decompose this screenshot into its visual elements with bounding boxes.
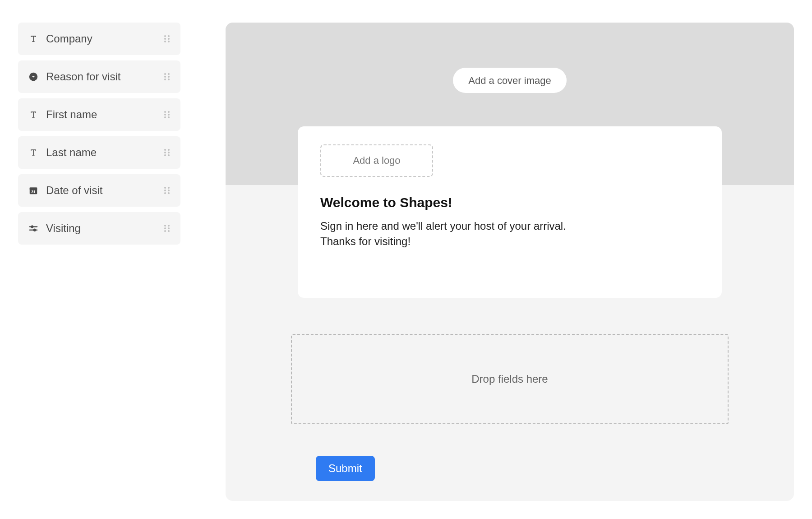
- field-item-date-of-visit[interactable]: 31 Date of visit: [18, 174, 180, 207]
- svg-point-5: [168, 41, 170, 42]
- drag-handle-icon[interactable]: [163, 223, 171, 234]
- field-item-last-name[interactable]: Last name: [18, 136, 180, 169]
- field-item-visiting[interactable]: Visiting: [18, 212, 180, 245]
- slider-icon: [28, 223, 39, 234]
- form-canvas: Add a cover image Add a logo Welcome to …: [226, 23, 794, 501]
- svg-point-0: [164, 35, 166, 37]
- svg-point-35: [31, 226, 33, 227]
- svg-point-13: [164, 111, 166, 113]
- field-label: Date of visit: [46, 184, 163, 197]
- field-label: First name: [46, 108, 163, 121]
- text-icon: [28, 147, 39, 158]
- svg-point-16: [168, 114, 170, 116]
- svg-point-9: [164, 76, 166, 78]
- drop-fields-zone[interactable]: Drop fields here: [291, 334, 729, 424]
- svg-point-41: [168, 227, 170, 229]
- drag-handle-icon[interactable]: [163, 185, 171, 196]
- drag-handle-icon[interactable]: [163, 109, 171, 120]
- field-label: Visiting: [46, 222, 163, 235]
- dropdown-icon: [28, 71, 39, 82]
- drag-handle-icon[interactable]: [163, 71, 171, 82]
- drag-handle-icon[interactable]: [163, 147, 171, 158]
- svg-point-22: [168, 152, 170, 153]
- svg-point-7: [164, 73, 166, 75]
- svg-point-43: [168, 230, 170, 232]
- field-label: Company: [46, 32, 163, 45]
- svg-point-4: [164, 41, 166, 42]
- text-icon: [28, 33, 39, 44]
- svg-point-38: [164, 225, 166, 227]
- svg-point-20: [168, 149, 170, 151]
- svg-point-14: [168, 111, 170, 113]
- drag-handle-icon[interactable]: [163, 33, 171, 44]
- svg-point-17: [164, 116, 166, 118]
- welcome-title: Welcome to Shapes!: [320, 195, 699, 210]
- field-label: Last name: [46, 146, 163, 159]
- svg-point-40: [164, 227, 166, 229]
- welcome-card: Add a logo Welcome to Shapes! Sign in he…: [298, 126, 722, 298]
- svg-point-21: [164, 152, 166, 153]
- svg-point-3: [168, 38, 170, 40]
- field-label: Reason for visit: [46, 70, 163, 83]
- svg-point-31: [168, 190, 170, 191]
- field-item-first-name[interactable]: First name: [18, 98, 180, 131]
- svg-point-29: [168, 187, 170, 189]
- svg-point-39: [168, 225, 170, 227]
- svg-point-18: [168, 116, 170, 118]
- svg-point-8: [168, 73, 170, 75]
- svg-point-42: [164, 230, 166, 232]
- svg-point-24: [168, 154, 170, 156]
- svg-point-28: [164, 187, 166, 189]
- submit-button[interactable]: Submit: [316, 456, 375, 481]
- field-item-company[interactable]: Company: [18, 23, 180, 55]
- field-item-reason-for-visit[interactable]: Reason for visit: [18, 60, 180, 93]
- svg-point-19: [164, 149, 166, 151]
- add-logo-button[interactable]: Add a logo: [320, 144, 433, 177]
- field-palette: Company Reason for visit First name Last…: [18, 23, 198, 496]
- svg-point-11: [164, 79, 166, 80]
- svg-point-30: [164, 190, 166, 191]
- welcome-body-line2: Thanks for visiting!: [320, 235, 411, 247]
- svg-point-10: [168, 76, 170, 78]
- svg-point-32: [164, 192, 166, 194]
- calendar-icon: 31: [28, 185, 39, 196]
- welcome-body: Sign in here and we'll alert your host o…: [320, 218, 699, 249]
- welcome-body-line1: Sign in here and we'll alert your host o…: [320, 220, 566, 232]
- svg-point-1: [168, 35, 170, 37]
- form-canvas-wrapper: Add a cover image Add a logo Welcome to …: [226, 23, 794, 496]
- svg-text:31: 31: [31, 190, 36, 194]
- svg-point-15: [164, 114, 166, 116]
- text-icon: [28, 109, 39, 120]
- svg-rect-26: [30, 188, 37, 190]
- svg-point-2: [164, 38, 166, 40]
- svg-point-37: [34, 229, 36, 231]
- svg-point-12: [168, 79, 170, 80]
- svg-point-33: [168, 192, 170, 194]
- svg-point-23: [164, 154, 166, 156]
- add-cover-image-button[interactable]: Add a cover image: [453, 68, 566, 93]
